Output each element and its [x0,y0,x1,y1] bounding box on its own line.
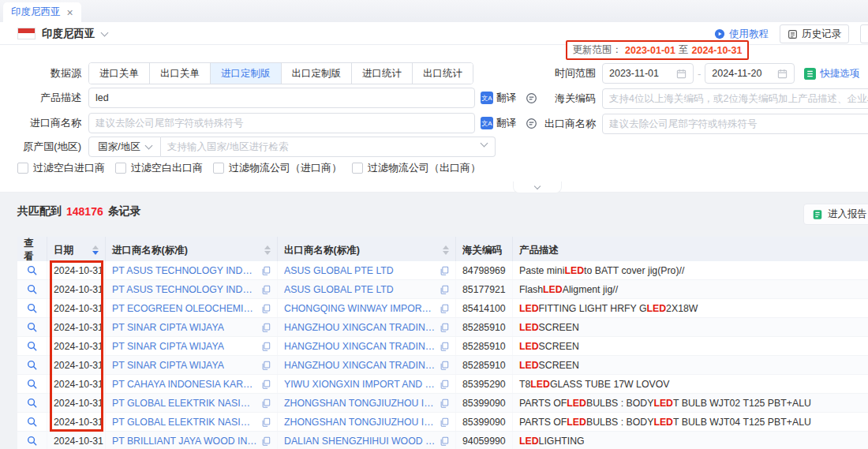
exporter-link[interactable]: ZHONGSHAN TONGJIUZHOU INTERNA... [284,417,436,428]
exporter-link[interactable]: ZHONGSHAN TONGJIUZHOU INTERNA... [284,398,436,409]
importer-link[interactable]: PT SINAR CIPTA WIJAYA [112,322,224,333]
copy-icon[interactable] [440,398,449,408]
importer-link[interactable]: PT CAHAYA INDONESIA KARGO [112,379,257,390]
copy-icon[interactable] [261,361,271,370]
magnifier-icon[interactable] [27,322,37,332]
time-range-row: 时间范围 2023-11-01 - 2024-11-20 快捷选项 [505,63,859,84]
exporter-cell: ASUS GLOBAL PTE LTD [278,261,456,279]
copy-icon[interactable] [261,304,271,313]
exporter-link[interactable]: DALIAN SHENGZHIHUI WOOD INDUST... [284,436,436,447]
filter-checkbox[interactable]: 过滤物流公司（出口商） [352,161,481,175]
enter-report-button[interactable]: 进入报告 [803,204,868,225]
hs-code-cell: 85414100 [456,299,513,317]
tab-indonesia[interactable]: 印度尼西亚 × [3,2,81,22]
origin-input[interactable] [161,137,496,157]
sort-carets-icon[interactable] [264,245,271,255]
exporter-link[interactable]: HANGZHOU XINGCAN TRADING CO LTD [284,341,436,352]
copy-icon[interactable] [440,361,449,370]
exporter-link[interactable]: HANGZHOU XINGCAN TRADING CO LTD [284,322,436,333]
magnifier-icon[interactable] [27,379,37,389]
history-icon [788,29,798,39]
hs-code-cell: 85285910 [456,337,513,355]
magnifier-icon[interactable] [27,398,37,408]
copy-icon[interactable] [440,417,449,427]
copy-icon[interactable] [440,304,449,313]
magnifier-icon[interactable] [27,265,37,275]
checkbox-icon[interactable] [17,163,28,174]
data-source-tab[interactable]: 出口统计 [412,63,473,84]
exporter-link[interactable]: YIWU XIONGXIN IMPORT AND EXPORT... [284,379,436,390]
importer-link[interactable]: PT SINAR CIPTA WIJAYA [112,360,224,371]
copy-icon[interactable] [440,436,449,446]
quick-options-link[interactable]: 快捷选项 [804,67,859,80]
magnifier-icon[interactable] [27,436,37,446]
exporter-link[interactable]: HANGZHOU XINGCAN TRADING CO LTD [284,360,436,371]
copy-icon[interactable] [440,380,449,389]
importer-cell: PT CAHAYA INDONESIA KARGO [106,375,278,393]
magnifier-icon[interactable] [27,360,37,370]
copy-icon[interactable] [261,417,271,427]
importer-link[interactable]: PT ASUS TECHNOLOGY INDONESIA BA... [112,265,257,276]
history-button[interactable]: 历史记录 [780,24,849,43]
table-row: 2024-10-31PT BRILLIANT JAYA WOOD INDUSTR… [17,432,868,449]
filter-checkbox[interactable]: 过滤空白出口商 [115,161,203,175]
data-source-tab[interactable]: 进口统计 [351,63,412,84]
importer-link[interactable]: PT GLOBAL ELEKTRIK NASIONAL [112,398,257,409]
exporter-link[interactable]: ASUS GLOBAL PTE LTD [284,284,394,295]
copy-icon[interactable] [261,398,271,408]
importer-row: 进口商名称 文A 翻译 [0,113,537,133]
magnifier-icon[interactable] [27,284,37,294]
checkbox-icon[interactable] [213,163,224,174]
product-desc-input[interactable] [88,88,475,108]
collapse-form-button[interactable] [513,181,562,193]
exporter-cell: ZHONGSHAN TONGJIUZHOU INTERNA... [278,394,456,412]
origin-label: 原产国(地区) [0,140,88,154]
exporter-link[interactable]: CHONGQING WINWAY IMPORT AND E... [284,303,436,314]
copy-icon[interactable] [440,285,449,294]
sort-carets-icon[interactable] [92,245,99,255]
data-source-tab[interactable]: 出口关单 [149,63,210,84]
copy-icon[interactable] [261,285,271,294]
copy-icon[interactable] [261,266,271,275]
copy-icon[interactable] [261,323,271,332]
close-icon[interactable]: × [67,7,73,18]
green-list-icon [804,68,816,80]
product-desc-cell: LED FITTING LIGHT HRFY G LED 2X18W [513,299,868,317]
exporter-link[interactable]: ASUS GLOBAL PTE LTD [284,265,394,276]
copy-icon[interactable] [440,342,449,351]
date-range-dash: - [698,68,701,80]
exporter-input[interactable] [602,114,868,134]
importer-link[interactable]: PT GLOBAL ELEKTRIK NASIONAL [112,417,257,428]
copy-icon[interactable] [440,266,449,275]
favorite-button[interactable] [860,24,868,43]
importer-link[interactable]: PT SINAR CIPTA WIJAYA [112,341,224,352]
checkbox-icon[interactable] [115,163,126,174]
data-source-tab[interactable]: 出口定制版 [281,63,352,84]
hs-code-input[interactable] [602,88,868,109]
hs-code-cell: 85395290 [456,375,513,393]
copy-icon[interactable] [440,323,449,332]
filter-checkbox[interactable]: 过滤物流公司（进口商） [213,161,342,175]
sort-carets-icon[interactable] [443,245,449,255]
copy-icon[interactable] [261,380,271,389]
copy-icon[interactable] [261,342,271,351]
magnifier-icon[interactable] [27,417,37,427]
filter-checkbox[interactable]: 过滤空白进口商 [17,161,105,175]
importer-link[interactable]: PT ASUS TECHNOLOGY INDONESIA BA... [112,284,257,295]
country-selector[interactable]: 印度尼西亚 [42,27,107,41]
checkbox-icon[interactable] [352,163,363,174]
origin-type-select[interactable]: 国家/地区 [88,137,161,157]
view-cell [17,337,47,355]
end-date-input[interactable]: 2024-11-20 [705,63,795,84]
data-source-tab[interactable]: 进口关单 [89,63,149,84]
data-source-tab[interactable]: 进口定制版 [210,63,281,84]
importer-link[interactable]: PT BRILLIANT JAYA WOOD INDUSTRY [112,436,257,447]
magnifier-icon[interactable] [27,303,37,313]
importer-input[interactable] [88,113,475,133]
copy-icon[interactable] [261,436,271,446]
magnifier-icon[interactable] [27,341,37,351]
table-row: 2024-10-31PT GLOBAL ELEKTRIK NASIONALZHO… [17,394,868,413]
importer-link[interactable]: PT ECOGREEN OLEOCHEMICALS [112,303,257,314]
tutorial-link[interactable]: 使用教程 [714,28,769,41]
start-date-input[interactable]: 2023-11-01 [602,63,694,84]
